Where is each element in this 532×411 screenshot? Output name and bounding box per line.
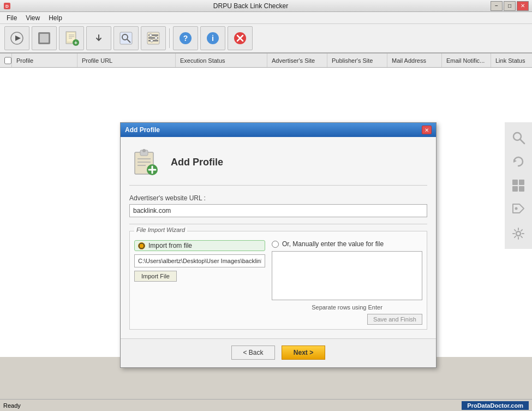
search-icon [119, 31, 133, 45]
play-button[interactable] [4, 26, 29, 50]
svg-point-38 [515, 207, 518, 210]
window-controls: − □ ✕ [491, 1, 529, 11]
col-profile-url: Profile URL [77, 53, 176, 67]
dialog-body: Add Profile Advertiser's website URL : F… [121, 137, 436, 338]
main-content-area: Add Profile ✕ [0, 68, 532, 357]
back-button[interactable]: < Back [231, 346, 275, 360]
status-bar: Ready ProDataDoctor.com [0, 399, 532, 411]
svg-rect-35 [519, 180, 524, 185]
menu-file[interactable]: File [2, 13, 21, 23]
svg-rect-5 [40, 34, 49, 43]
menu-view[interactable]: View [21, 13, 44, 23]
help-icon: ? [178, 31, 193, 45]
svg-text:+: + [74, 40, 77, 46]
col-publisher-site: Publisher's Site [327, 53, 387, 67]
title-bar: D DRPU Back Link Checker − □ ✕ [0, 0, 532, 12]
file-import-wizard: File Import Wizard Import from file Impo… [129, 231, 427, 330]
dialog-heading: Add Profile [171, 157, 223, 168]
maximize-button[interactable]: □ [504, 1, 516, 11]
import-file-button[interactable]: Import File [134, 271, 177, 282]
app-icon: D [3, 2, 11, 10]
stop-icon [37, 31, 51, 45]
dialog-footer: < Back Next > [121, 338, 436, 367]
info1-toolbar-button[interactable]: ? [173, 26, 198, 50]
save-finish-button[interactable]: Save and Finish [367, 314, 422, 325]
col-email-notif: Email Notific... [442, 53, 491, 67]
file-path-input[interactable] [134, 254, 265, 267]
svg-rect-34 [512, 180, 518, 185]
svg-point-21 [150, 34, 152, 37]
manual-enter-label: Or, Manually enter the value for file [282, 240, 384, 248]
settings-icon [146, 31, 160, 45]
svg-line-32 [520, 139, 524, 144]
advertiser-url-label: Advertiser's website URL : [129, 194, 427, 202]
svg-point-23 [151, 39, 153, 42]
minimize-button[interactable]: − [491, 1, 503, 11]
col-mail-address: Mail Address [387, 53, 442, 67]
advertiser-url-input[interactable] [129, 204, 427, 217]
status-text: Ready [3, 402, 21, 409]
col-advertiser-site: Advertiser's Site [267, 53, 327, 67]
wizard-legend: File Import Wizard [134, 227, 187, 233]
svg-rect-36 [512, 186, 518, 192]
col-link-status: Link Status [491, 53, 532, 67]
svg-marker-33 [513, 159, 517, 163]
add-profile-icon: + [64, 31, 79, 46]
clipboard-add-icon [130, 147, 161, 177]
close-window-button[interactable]: ✕ [517, 1, 529, 11]
play-icon [10, 31, 24, 45]
table-header: Profile Profile URL Execution Status Adv… [0, 53, 532, 68]
dialog-title-bar: Add Profile ✕ [121, 123, 436, 137]
wizard-right-panel: Or, Manually enter the value for file Se… [272, 240, 422, 325]
sidebar-gear-icon[interactable] [510, 225, 527, 242]
wizard-content: Import from file Import File Or, Manuall… [134, 236, 422, 325]
svg-text:i: i [212, 34, 214, 43]
svg-point-39 [516, 231, 521, 236]
svg-text:?: ? [183, 34, 188, 43]
manual-entry-textarea[interactable] [272, 251, 422, 300]
dialog-header-icon [129, 146, 162, 178]
sidebar-search-icon[interactable] [510, 129, 527, 146]
app-title: DRPU Back Link Checker [11, 2, 491, 10]
add-profile-dialog: Add Profile ✕ [120, 122, 437, 368]
right-sidebar [505, 122, 532, 249]
dialog-close-button[interactable]: ✕ [422, 126, 432, 134]
separate-rows-hint: Separate rows using Enter [272, 304, 422, 311]
svg-rect-7 [67, 33, 75, 41]
import-from-file-radio[interactable] [138, 242, 145, 249]
next-button[interactable]: Next > [282, 346, 325, 360]
sidebar-refresh-icon[interactable] [510, 153, 527, 170]
menu-help[interactable]: Help [44, 13, 67, 23]
import-icon [91, 31, 106, 46]
manual-enter-option[interactable]: Or, Manually enter the value for file [272, 240, 422, 248]
svg-rect-37 [519, 186, 524, 192]
brand-label: ProDataDoctor.com [462, 401, 529, 410]
toolbar: + ? [0, 24, 532, 53]
manual-enter-radio[interactable] [272, 241, 279, 248]
svg-point-22 [155, 37, 158, 39]
import-from-file-option[interactable]: Import from file [134, 240, 265, 251]
svg-marker-3 [15, 35, 21, 41]
import-from-file-label: Import from file [148, 242, 192, 249]
info2-toolbar-button[interactable]: i [200, 26, 225, 50]
col-profile: Profile [12, 53, 77, 67]
exit-toolbar-button[interactable] [228, 26, 253, 50]
search-toolbar-button[interactable] [113, 26, 139, 50]
advertiser-url-section: Advertiser's website URL : [129, 194, 427, 217]
add-profile-toolbar-button[interactable]: + [59, 26, 84, 50]
import-toolbar-button[interactable] [86, 26, 111, 50]
select-all-checkbox[interactable] [4, 57, 11, 64]
stop-button[interactable] [32, 26, 57, 50]
exit-icon [233, 31, 247, 45]
toolbar-separator [169, 28, 170, 48]
dialog-title: Add Profile [125, 126, 160, 134]
form-divider [129, 224, 427, 224]
svg-text:D: D [5, 4, 9, 9]
settings-toolbar-button[interactable] [141, 26, 166, 50]
info-icon: i [206, 31, 220, 45]
dialog-header: Add Profile [129, 146, 427, 186]
menu-bar: File View Help [0, 12, 532, 24]
sidebar-tag-icon[interactable] [510, 201, 527, 218]
wizard-left-panel: Import from file Import File [134, 240, 265, 325]
sidebar-windows-icon[interactable] [510, 177, 527, 194]
